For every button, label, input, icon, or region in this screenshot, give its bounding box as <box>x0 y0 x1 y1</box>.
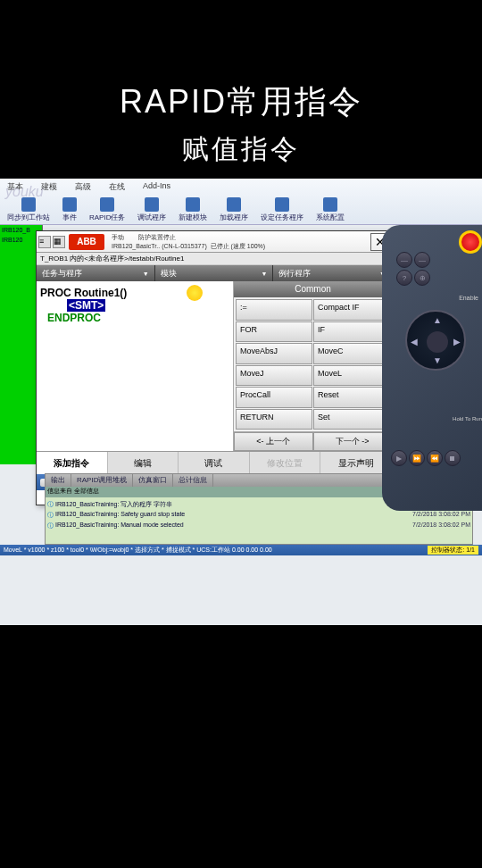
instruction-button[interactable]: Compact IF <box>313 299 390 321</box>
next-button[interactable]: 下一个 -> <box>313 432 393 451</box>
code-line: ENDPROC <box>47 312 229 324</box>
log-row[interactable]: IRB120_BasicTraining: Safety guard stop … <box>47 510 470 521</box>
instruction-button[interactable]: := <box>236 299 312 321</box>
instruction-button[interactable]: Set <box>313 409 390 430</box>
instruction-nav: <- 上一个 下一个 -> <box>234 431 392 451</box>
menu-icon[interactable]: ≡ <box>38 236 51 248</box>
hw-button[interactable]: ? <box>396 270 412 286</box>
stop-button[interactable]: ⏹ <box>445 450 461 466</box>
instruction-button[interactable]: IF <box>313 321 390 343</box>
ribbon-toolbar: 基本 建模 高级 在线 Add-Ins 同步到工作站 事件 RAPID任务 调试… <box>0 179 482 225</box>
prev-button[interactable]: <- 上一个 <box>234 432 313 451</box>
ribbon-button[interactable]: 同步到工作站 <box>7 197 50 222</box>
hw-button[interactable]: — <box>414 252 430 268</box>
play-button[interactable]: ▶ <box>391 450 407 466</box>
hw-button[interactable]: — <box>396 252 412 268</box>
instruction-button[interactable]: MoveC <box>313 343 390 364</box>
hold-to-run-label: Hold To Run <box>453 416 482 421</box>
joystick[interactable]: ▲ ▼ ◀ ▶ <box>405 310 466 371</box>
breadcrumb: T_ROB1 内的<未命名程序>/testabb/Routine1 <box>37 253 392 265</box>
youku-watermark: youku <box>5 184 44 200</box>
arrow-up-icon: ▲ <box>433 315 442 325</box>
debug-tab[interactable]: 调试 <box>179 452 250 474</box>
load-icon <box>227 197 241 212</box>
enable-label: Enable <box>459 295 478 301</box>
instruction-button[interactable]: RETURN <box>236 409 312 430</box>
pendant-header: ≡ ▦ ABB 手动 防护装置停止 IRB120_BasicTr.. (CN-L… <box>37 231 392 253</box>
status-bar: 手动 防护装置停止 IRB120_BasicTr.. (CN-L-0315377… <box>108 233 369 251</box>
footer-left: MoveL * v1000 * z100 * tool0 * \WObj:=wo… <box>4 546 272 555</box>
add-instruction-tab[interactable]: 添加指令 <box>37 452 108 474</box>
modify-position-tab[interactable]: 修改位置 <box>250 452 321 474</box>
arrow-down-icon: ▼ <box>433 355 442 365</box>
step-back-button[interactable]: ⏪ <box>427 450 443 466</box>
task-icon <box>275 197 289 212</box>
ribbon-button[interactable]: 系统配置 <box>316 197 345 222</box>
module-icon <box>186 197 200 212</box>
log-tab[interactable]: 输出 <box>46 474 71 487</box>
instruction-grid: := Compact IF FOR IF MoveAbsJ MoveC Move… <box>234 297 392 431</box>
instruction-category[interactable]: Common <box>234 281 392 297</box>
status-footer: MoveL * v1000 * z100 * tool0 * \WObj:=wo… <box>0 545 482 555</box>
emergency-stop-button[interactable] <box>459 230 482 254</box>
ribbon-tab[interactable]: 高级 <box>71 180 95 194</box>
hw-button-cluster: ▶ ⏩ ⏪ ⏹ <box>391 450 461 466</box>
instruction-button[interactable]: MoveL <box>313 365 390 387</box>
abb-logo: ABB <box>69 234 104 250</box>
hw-button[interactable]: ⊕ <box>414 270 430 286</box>
title-line-1: RAPID常用指令 <box>0 80 482 124</box>
debug-icon <box>145 197 159 212</box>
instruction-panel: Common := Compact IF FOR IF MoveAbsJ Mov… <box>233 281 392 451</box>
log-tab[interactable]: 总计信息 <box>173 474 213 487</box>
pendant-bottom-tabs: 添加指令 编辑 调试 修改位置 显示声明 <box>37 451 392 474</box>
instruction-button[interactable]: FOR <box>236 321 312 343</box>
ribbon-button[interactable]: 设定任务程序 <box>261 197 303 222</box>
code-line-selected[interactable]: <SMT> <box>67 299 105 312</box>
config-icon <box>323 197 337 212</box>
arrow-right-icon: ▶ <box>453 337 461 346</box>
footer-right: 控制器状态: 1/1 <box>428 546 478 555</box>
module-icon[interactable]: ▦ <box>53 236 65 248</box>
teach-pendant-hardware: — — ? ⊕ Enable ▲ ▼ ◀ ▶ Hold To Run ▶ ⏩ ⏪… <box>382 225 482 511</box>
instruction-button[interactable]: MoveAbsJ <box>236 343 312 364</box>
ribbon-button[interactable]: 调试程序 <box>137 197 166 222</box>
robotstudio-window: youku 基本 建模 高级 在线 Add-Ins 同步到工作站 事件 RAPI… <box>0 179 482 625</box>
code-text[interactable]: PROC Routine1() <SMT> ENDPROC <box>37 281 233 451</box>
module-dropdown[interactable]: 模块 <box>155 265 274 281</box>
instruction-button[interactable]: Reset <box>313 387 390 408</box>
edit-tab[interactable]: 编辑 <box>108 452 179 474</box>
cursor-highlight <box>187 285 203 301</box>
step-fwd-button[interactable]: ⏩ <box>409 450 425 466</box>
log-tab[interactable]: 仿真窗口 <box>133 474 173 487</box>
log-row[interactable]: IRB120_BasicTraining: Manual mode select… <box>47 521 470 531</box>
routine-dropdown[interactable]: 例行程序 <box>273 265 392 281</box>
ribbon-buttons: 同步到工作站 事件 RAPID任务 调试程序 新建模块 加载程序 设定任务程序 … <box>0 196 482 224</box>
joystick-center[interactable] <box>427 331 448 353</box>
log-tab[interactable]: RAPID调用堆栈 <box>71 474 133 487</box>
code-editor-area: PROC Routine1() <SMT> ENDPROC Common := … <box>37 281 392 451</box>
rapid-icon <box>100 197 114 212</box>
instruction-button[interactable]: MoveJ <box>236 365 312 387</box>
ribbon-tab[interactable]: 在线 <box>105 180 129 194</box>
task-dropdown[interactable]: 任务与程序 <box>37 265 155 281</box>
dropdown-row: 任务与程序 模块 例行程序 <box>37 265 392 281</box>
event-icon <box>62 197 77 212</box>
ribbon-button[interactable]: 新建模块 <box>179 197 207 222</box>
flexpendant-window: ≡ ▦ ABB 手动 防护装置停止 IRB120_BasicTr.. (CN-L… <box>36 230 393 505</box>
instruction-button[interactable]: ProcCall <box>236 387 312 408</box>
ribbon-button[interactable]: RAPID任务 <box>89 197 125 222</box>
title-line-2: 赋值指令 <box>0 131 482 168</box>
ribbon-button[interactable]: 事件 <box>62 197 77 222</box>
ribbon-tab[interactable]: Add-Ins <box>139 180 174 194</box>
arrow-left-icon: ◀ <box>411 337 418 346</box>
ribbon-button[interactable]: 加载程序 <box>220 197 248 222</box>
video-title-overlay: RAPID常用指令 赋值指令 <box>0 80 482 168</box>
hw-button-cluster: — — ? ⊕ <box>396 252 430 286</box>
ribbon-tabs: 基本 建模 高级 在线 Add-Ins <box>0 179 482 196</box>
